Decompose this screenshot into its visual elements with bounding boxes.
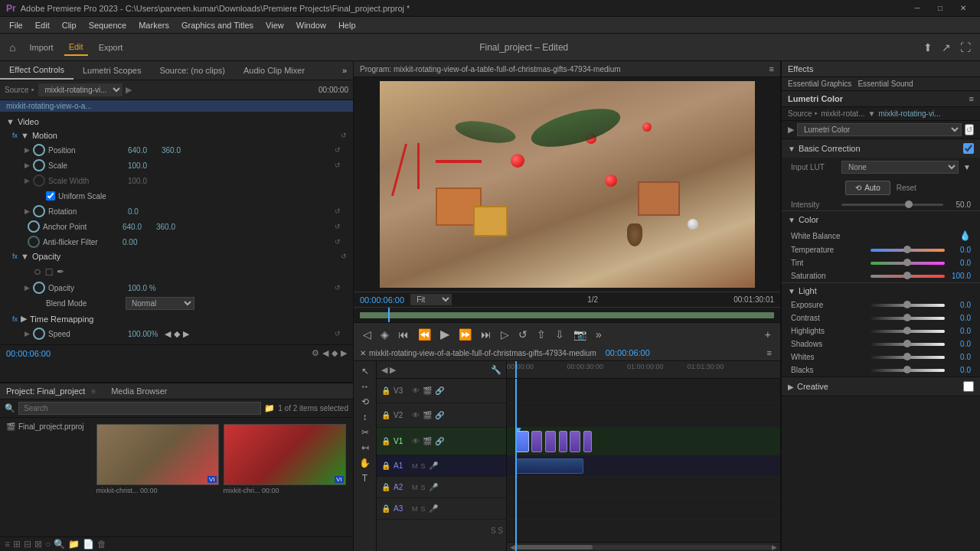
exposure-slider[interactable] [871,304,946,307]
speed-nav-prev[interactable]: ◀ [165,329,171,339]
timeline-timecode[interactable]: 00:00:06:00 [606,348,650,357]
opacity-reset[interactable]: ↺ [335,284,341,292]
menu-edit[interactable]: Edit [29,19,56,31]
zoom-in-btn[interactable]: ▶ [390,365,396,375]
v2-cam-btn[interactable]: 🎬 [423,411,432,419]
a1-mic-btn[interactable]: 🎤 [429,461,438,470]
fx-toggle-motion[interactable]: fx [12,132,18,139]
v3-eye-btn[interactable]: 👁 [412,386,420,395]
home-button[interactable]: ⌂ [6,40,18,55]
v1-clip-6[interactable] [583,431,592,452]
opacity-anim-icon[interactable] [33,282,45,294]
thumbnail-item-1[interactable]: VI mixkit-christ... 00:00 [96,424,219,530]
list-view-btn[interactable]: ≡ [5,539,10,549]
export-frame-btn[interactable]: 📷 [570,327,590,342]
rotation-reset[interactable]: ↺ [335,207,341,215]
position-x[interactable]: 640.0 [128,146,158,155]
grid-view-btn[interactable]: ⊠ [34,539,42,549]
color-section-header[interactable]: ▼ Color [782,211,980,228]
anchor-anim-icon[interactable] [28,220,40,233]
panel-tabs-more[interactable]: » [336,63,353,78]
delete-btn[interactable]: 🗑 [97,539,106,549]
whites-slider[interactable] [871,356,946,359]
import-tab[interactable]: Import [24,40,57,55]
maximize-button[interactable]: □ [929,2,951,15]
speed-expand[interactable]: ▶ [24,330,30,337]
project-search-input[interactable] [18,402,261,415]
tab-audio-clip-mixer[interactable]: Audio Clip Mixer [234,62,314,79]
temperature-slider[interactable] [871,249,946,252]
fullscreen-icon[interactable]: ⛶ [957,40,974,55]
v1-cam-btn[interactable]: 🎬 [423,437,432,445]
zoom-out-btn[interactable]: ◀ [381,365,387,375]
selection-tool-btn[interactable]: ↖ [360,364,371,378]
play-pause-btn[interactable]: ▶ [437,325,452,343]
scrollbar-track[interactable] [515,545,772,549]
rotation-expand[interactable]: ▶ [24,207,30,215]
ripple-btn[interactable]: ⟲ [360,395,371,409]
preview-menu-btn[interactable]: ≡ [769,64,774,73]
menu-markers[interactable]: Markers [132,19,175,31]
loop-btn[interactable]: ↺ [515,327,531,342]
slip-tool-btn[interactable]: ↤ [360,441,371,455]
v1-clip-3[interactable] [545,431,556,452]
a2-mic-btn[interactable]: 🎤 [429,483,438,491]
shadows-slider[interactable] [871,343,946,346]
export-tab[interactable]: Export [94,40,128,55]
speed-reset[interactable]: ↺ [335,330,341,337]
motion-reset-icon[interactable]: ↺ [341,132,347,139]
timeline-wrench-btn[interactable]: 🔧 [491,365,501,375]
v1-eye-btn[interactable]: 👁 [412,437,420,445]
new-item-btn[interactable]: 📄 [83,539,94,549]
circle-view-btn[interactable]: ○ [45,539,51,549]
anti-flicker-reset[interactable]: ↺ [335,238,341,246]
tint-slider[interactable] [871,262,946,265]
minimize-button[interactable]: ─ [906,2,928,15]
razor-tool-btn[interactable]: ✂ [360,425,371,439]
light-toggle[interactable]: ▼ [788,287,795,295]
v1-clip-5[interactable] [570,431,580,452]
next-edit-btn[interactable]: ▶ [341,348,347,358]
position-y[interactable]: 360.0 [162,146,181,155]
export-icon[interactable]: ↗ [939,40,954,55]
a3-lock-btn[interactable]: 🔒 [381,504,390,513]
auto-btn[interactable]: ⟲ Auto [845,181,890,195]
track-select-btn[interactable]: ↔ [359,380,371,393]
rotate-tool-btn[interactable]: ↕ [361,410,369,424]
v3-sync-btn[interactable]: 🔗 [435,386,444,395]
anchor-y[interactable]: 360.0 [156,223,175,231]
a2-mute-btn[interactable]: M [412,484,418,491]
freeform-view-btn[interactable]: ⊟ [24,539,31,549]
tab-lumetri-scopes[interactable]: Lumetri Scopes [74,62,150,79]
v2-sync-btn[interactable]: 🔗 [435,411,444,419]
uniform-scale-checkbox[interactable] [46,191,55,201]
creative-toggle[interactable]: ▶ [788,383,794,391]
position-anim-icon[interactable] [33,144,45,156]
icon-view-btn[interactable]: ⊞ [13,539,21,549]
type-tool-btn[interactable]: T [361,471,369,485]
blend-mode-select[interactable]: Normal Multiply Screen [126,297,194,310]
timeline-settings-btn[interactable]: ≡ [765,347,774,358]
media-browser-tab[interactable]: Media Browser [111,386,167,396]
creative-section-header[interactable]: ▶ Creative [782,377,980,396]
search-btn[interactable]: 🔍 [54,539,65,549]
essential-sound-tab[interactable]: Essential Sound [858,80,913,88]
motion-toggle[interactable]: ▼ [21,131,29,140]
v2-lock-btn[interactable]: 🔒 [381,411,390,419]
share-icon[interactable]: ⬆ [920,40,936,55]
a3-solo-btn[interactable]: S [421,505,426,513]
close-button[interactable]: ✕ [952,2,974,15]
position-reset[interactable]: ↺ [335,146,341,154]
a2-solo-btn[interactable]: S [421,484,426,491]
rotation-anim-icon[interactable] [33,205,45,217]
edit-tab[interactable]: Edit [64,39,88,56]
preview-scrubber[interactable] [354,307,780,322]
fx-toggle-opacity[interactable]: fx [12,253,18,260]
project-file-item[interactable]: 🎬 Final_project.prproj [6,421,84,432]
menu-window[interactable]: Window [290,19,332,31]
add-kf-btn[interactable]: ◆ [332,348,338,358]
v1-clip-2[interactable] [531,431,542,452]
color-toggle[interactable]: ▼ [788,216,795,224]
filter-icon[interactable]: ⚙ [312,348,319,358]
lumetri-dropdown-arrow[interactable]: ▼ [867,109,875,118]
